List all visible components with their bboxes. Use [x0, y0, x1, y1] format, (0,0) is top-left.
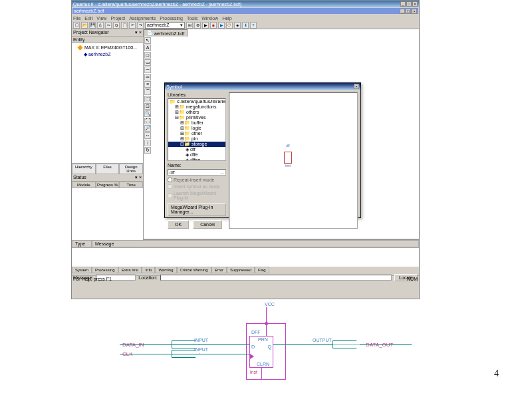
open-icon[interactable]: 📂 — [81, 22, 88, 29]
messages-body[interactable] — [72, 248, 419, 267]
save-icon[interactable]: 💾 — [89, 22, 96, 29]
line-icon[interactable]: ─ — [144, 66, 151, 73]
tab-extrainfo[interactable]: Extra Info — [118, 267, 142, 273]
timing-icon[interactable]: ⏱ — [226, 22, 233, 29]
nav-tree[interactable]: 🔶 MAX II: EPM240GT100... ◆ aerhnezbZ — [72, 43, 143, 163]
tab-design-units[interactable]: Design Units — [119, 164, 143, 174]
doc-close-button[interactable]: × — [412, 9, 417, 14]
tab-critical[interactable]: Critical Warning — [177, 267, 211, 273]
libraries-tree[interactable]: 📁 c:/altera/quartus/libraries/ ⊞📁 megafu… — [168, 98, 226, 161]
rotate-icon[interactable]: ↻ — [144, 147, 151, 154]
arc-icon[interactable]: ⌒ — [144, 88, 151, 95]
messages-panel: Type Message System Processing Extra Inf… — [72, 239, 419, 275]
inst-label: inst — [250, 370, 257, 374]
help-icon[interactable]: ? — [250, 22, 257, 29]
fullscreen-icon[interactable]: ⛶ — [144, 118, 151, 124]
chip-icon[interactable]: ◈ — [234, 22, 241, 29]
tab-hierarchy[interactable]: Hierarchy — [72, 164, 96, 174]
status-pin-icon[interactable]: ▾ × — [135, 175, 142, 180]
status-columns: Module Progress % Time — [72, 182, 143, 188]
tree-buffer[interactable]: ⊞📁 buffer — [168, 120, 225, 126]
nav-entity[interactable]: ◆ aerhnezbZ — [73, 51, 142, 58]
tab-files[interactable]: Files — [96, 164, 120, 174]
copy-icon[interactable]: ⧉ — [113, 22, 120, 29]
new-icon[interactable]: ☐ — [73, 22, 80, 29]
doc-minimize-button[interactable]: _ — [400, 9, 405, 14]
project-combo[interactable]: aerhnezbZ▾ — [145, 22, 185, 29]
tab-system[interactable]: System — [72, 267, 92, 273]
cancel-button[interactable]: Cancel — [193, 220, 222, 229]
partial-icon[interactable]: ⊡ — [144, 103, 151, 110]
location-field[interactable] — [160, 275, 392, 281]
compile-icon[interactable]: ▶ — [202, 22, 209, 29]
ok-button[interactable]: OK — [168, 220, 189, 229]
menu-help[interactable]: Help — [222, 16, 231, 21]
tree-root[interactable]: 📁 c:/altera/quartus/libraries/ — [168, 99, 225, 104]
tree-others[interactable]: ⊞📁 others — [168, 110, 225, 115]
status-body — [72, 188, 143, 241]
zoom-icon[interactable]: 🔍 — [144, 110, 151, 117]
status-help: For Help, press F1 — [73, 277, 112, 281]
nav-pin-icon[interactable]: ▾ × — [135, 30, 142, 35]
doc-maximize-button[interactable]: □ — [406, 9, 411, 14]
programmer-icon[interactable]: ⬇ — [242, 22, 249, 29]
tree-pin[interactable]: ⊞📁 pin — [168, 136, 225, 142]
maximize-button[interactable]: □ — [406, 1, 412, 7]
redo-icon[interactable]: ↷ — [137, 22, 144, 29]
input2-label: INPUT — [194, 347, 208, 352]
minimize-button[interactable]: _ — [400, 1, 406, 7]
block-icon[interactable]: ▭ — [144, 59, 151, 66]
tab-warning[interactable]: Warning — [155, 267, 176, 273]
menu-view[interactable]: View — [96, 16, 106, 21]
pointer-icon[interactable]: ↖ — [144, 37, 151, 44]
col-message[interactable]: Message — [92, 240, 419, 247]
tab-info[interactable]: Info — [142, 267, 155, 273]
repeat-checkbox[interactable]: Repeat-insert mode — [168, 178, 226, 182]
tree-dffe[interactable]: ◈ dffe — [168, 152, 225, 158]
name-browse-icon[interactable]: ... — [220, 170, 224, 175]
print-icon[interactable]: ⎙ — [97, 22, 104, 29]
tab-error[interactable]: Error — [211, 267, 227, 273]
tree-other[interactable]: ⊞📁 other — [168, 131, 225, 136]
menu-assignments[interactable]: Assignments — [129, 16, 156, 21]
menu-tools[interactable]: Tools — [187, 16, 198, 21]
location-label: Location: — [138, 275, 157, 280]
menu-file[interactable]: File — [73, 16, 80, 21]
tree-dff[interactable]: ◈ dff — [168, 147, 225, 152]
dialog-close-button[interactable]: × — [354, 84, 359, 89]
settings-icon[interactable]: ⚙ — [194, 22, 201, 29]
tab-processing[interactable]: Processing — [92, 267, 118, 273]
close-button[interactable]: × — [412, 1, 418, 7]
tree-primitives[interactable]: ⊟📁 primitives — [168, 115, 225, 120]
cut-icon[interactable]: ✂ — [105, 22, 112, 29]
menu-window[interactable]: Window — [201, 16, 218, 21]
conduit-icon[interactable]: ≡ — [144, 81, 151, 88]
paste-icon[interactable]: 📋 — [121, 22, 128, 29]
find-icon[interactable]: 🔎 — [144, 125, 151, 132]
page-number: 4 — [494, 368, 499, 379]
megawizard-button[interactable]: MegaWizard Plug-In Manager... — [168, 203, 226, 216]
symbol-icon[interactable]: ◻ — [144, 52, 151, 59]
assign-icon[interactable]: ⊞ — [186, 22, 193, 29]
menu-edit[interactable]: Edit — [84, 16, 92, 21]
text-icon[interactable]: A — [144, 45, 151, 51]
flip-v-icon[interactable]: ↕ — [144, 140, 151, 146]
stop-icon[interactable]: ■ — [210, 22, 217, 29]
name-input[interactable]: dff... — [168, 169, 226, 176]
tree-storage[interactable]: ⊟📁 storage — [168, 142, 225, 147]
undo-icon[interactable]: ↶ — [129, 22, 136, 29]
tree-megafunctions[interactable]: ⊞📁 megafunctions — [168, 104, 225, 110]
menu-processing[interactable]: Processing — [160, 16, 183, 21]
tree-logic[interactable]: ⊞📁 logic — [168, 126, 225, 131]
rubber-icon[interactable]: ⬚ — [144, 96, 151, 102]
bus-icon[interactable]: ═ — [144, 74, 151, 80]
tree-dffea[interactable]: ◈ dffea — [168, 158, 225, 161]
menu-project[interactable]: Project — [110, 16, 125, 21]
nav-device[interactable]: 🔶 MAX II: EPM240GT100... — [73, 45, 142, 51]
launch-mega-checkbox: Launch MegaWizard Plug-In — [168, 191, 226, 200]
sim-icon[interactable]: ▶ — [218, 22, 225, 29]
tab-suppressed[interactable]: Suppressed — [227, 267, 255, 273]
col-type[interactable]: Type — [72, 240, 92, 247]
flip-h-icon[interactable]: ↔ — [144, 132, 151, 139]
tab-flag[interactable]: Flag — [255, 267, 269, 273]
